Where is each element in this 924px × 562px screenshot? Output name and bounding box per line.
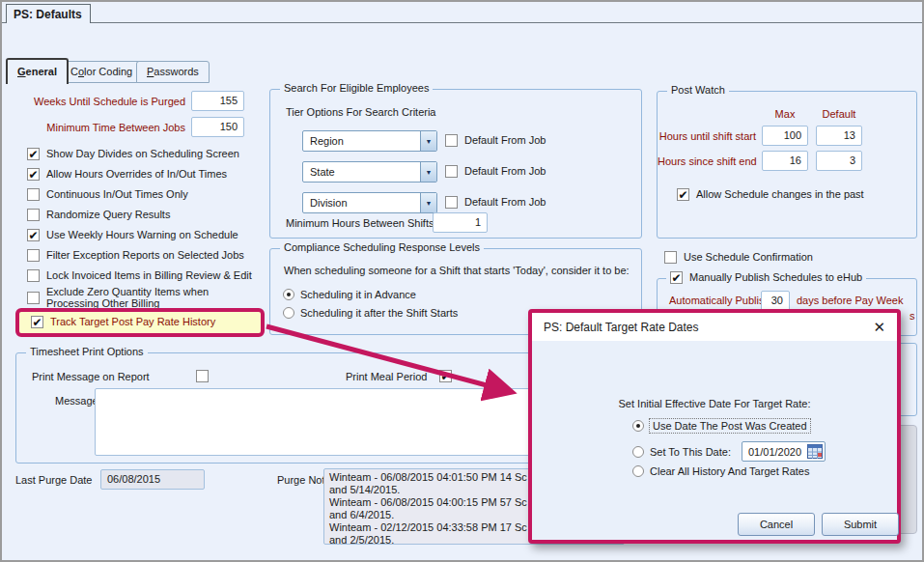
window-title-tab[interactable]: PS: Defaults bbox=[6, 4, 91, 23]
checkbox-print-message[interactable] bbox=[196, 370, 209, 382]
tier2-value: State bbox=[303, 166, 420, 178]
tab-color-coding[interactable]: Color Coding bbox=[60, 61, 143, 83]
tier3-default-from-job[interactable]: Default From Job bbox=[445, 196, 546, 209]
titlebar-divider bbox=[2, 22, 924, 23]
post-watch-group: Post Watch Max Default Hours until shift… bbox=[657, 91, 917, 239]
compliance-question: When scheduling someone for a Shift that… bbox=[284, 265, 630, 276]
group-title: Search For Eligible Employees bbox=[280, 82, 433, 94]
checkbox-box[interactable]: ✔ bbox=[31, 316, 43, 328]
last-purge-date-field: 06/08/2015 bbox=[100, 469, 205, 490]
tier2-dropdown[interactable]: State ▼ bbox=[302, 161, 437, 183]
weeks-until-purged-input[interactable]: 155 bbox=[191, 91, 244, 111]
tab-general[interactable]: General bbox=[6, 58, 69, 84]
radio-use-post-created-date[interactable]: Use Date The Post Was Created bbox=[632, 419, 810, 433]
hours-until-shift-start-label: Hours until shift start bbox=[658, 130, 756, 142]
tier2-default-from-job[interactable]: Default From Job bbox=[445, 165, 546, 178]
checkbox-box[interactable]: ✔ bbox=[670, 271, 683, 284]
tier1-default-from-job[interactable]: Default From Job bbox=[445, 134, 546, 147]
message-label: Message bbox=[55, 395, 98, 407]
obscured-text-fragment: s bbox=[910, 310, 915, 322]
checkbox-randomize-query[interactable]: Randomize Query Results bbox=[27, 209, 278, 221]
radio-scheduling-in-advance[interactable]: Scheduling it in Advance bbox=[283, 289, 416, 300]
radio-button[interactable] bbox=[632, 465, 644, 477]
dialog-titlebar[interactable]: PS: Default Target Rate Dates ✕ bbox=[532, 313, 897, 341]
radio-scheduling-after-start[interactable]: Scheduling it after the Shift Starts bbox=[283, 307, 458, 319]
cancel-button[interactable]: Cancel bbox=[738, 513, 815, 536]
checkbox-continuous-inout[interactable]: Continuous In/Out Times Only bbox=[27, 188, 278, 201]
window-title: PS: Defaults bbox=[14, 8, 82, 21]
radio-button[interactable] bbox=[632, 420, 644, 432]
hours-until-shift-start-default-input[interactable]: 13 bbox=[816, 126, 862, 146]
highlight-annotation: ✔ Track Target Post Pay Rate History bbox=[15, 308, 265, 337]
checkbox-box[interactable] bbox=[445, 134, 458, 147]
radio-button[interactable] bbox=[283, 307, 294, 319]
min-hours-between-shifts-input[interactable]: 1 bbox=[433, 212, 488, 233]
chevron-down-icon: ▼ bbox=[426, 138, 433, 145]
auto-publish-suffix: days before Pay Week bbox=[797, 295, 903, 306]
checkbox-track-target-post-pay-rate[interactable]: ✔ Track Target Post Pay Rate History bbox=[31, 316, 263, 328]
checkbox-box[interactable]: ✔ bbox=[27, 229, 40, 241]
checkbox-exclude-zero-quantity[interactable]: Exclude Zero Quantity Items when Process… bbox=[27, 286, 254, 309]
tier1-value: Region bbox=[303, 135, 420, 147]
hours-until-shift-start-max-input[interactable]: 100 bbox=[762, 126, 808, 146]
application-window: PS: Defaults General Color Coding Passwo… bbox=[0, 0, 924, 562]
checkbox-box[interactable]: ✔ bbox=[27, 168, 40, 181]
checkbox-box[interactable]: ✔ bbox=[677, 188, 689, 201]
checkbox-box[interactable] bbox=[445, 165, 458, 178]
checkbox-box[interactable]: ✔ bbox=[27, 148, 40, 160]
radio-button[interactable] bbox=[283, 289, 294, 300]
group-title: Timesheet Print Options bbox=[26, 346, 148, 357]
close-icon[interactable]: ✕ bbox=[873, 319, 885, 336]
radio-button[interactable] bbox=[632, 446, 644, 458]
dialog-title: PS: Default Target Rate Dates bbox=[544, 321, 699, 334]
target-rate-dates-dialog: PS: Default Target Rate Dates ✕ Set Init… bbox=[528, 309, 901, 544]
search-eligible-employees-group: Search For Eligible Employees Tier Optio… bbox=[269, 89, 642, 239]
checkbox-weekly-hours-warning[interactable]: ✔ Use Weekly Hours Warning on Schedule bbox=[27, 229, 278, 241]
chevron-down-icon: ▼ bbox=[426, 169, 433, 176]
weeks-until-purged-label: Weeks Until Schedule is Purged bbox=[21, 96, 185, 107]
checkbox-box[interactable] bbox=[27, 209, 40, 221]
checkbox-box[interactable] bbox=[27, 292, 40, 304]
tab-passwords[interactable]: Passwords bbox=[136, 61, 210, 83]
checkbox-box[interactable] bbox=[27, 188, 40, 201]
dropdown-button[interactable]: ▼ bbox=[420, 162, 436, 182]
auto-publish-label: Automatically Publish bbox=[669, 295, 770, 306]
col-max-header: Max bbox=[762, 108, 808, 120]
checkbox-lock-invoiced-items[interactable]: Lock Invoiced Items in Billing Review & … bbox=[27, 269, 278, 282]
hours-since-shift-end-max-input[interactable]: 16 bbox=[762, 151, 808, 171]
calendar-icon[interactable] bbox=[805, 443, 824, 460]
checkbox-box[interactable] bbox=[27, 269, 40, 282]
checkbox-use-schedule-confirmation[interactable]: Use Schedule Confirmation bbox=[664, 251, 813, 264]
checkbox-show-day-divides[interactable]: ✔ Show Day Divides on Scheduling Screen bbox=[27, 148, 278, 160]
group-title: Compliance Scheduling Response Levels bbox=[280, 241, 484, 253]
date-input[interactable]: 01/01/2020 bbox=[742, 441, 826, 462]
min-time-between-jobs-input[interactable]: 150 bbox=[191, 117, 244, 137]
checkbox-allow-hours-overrides[interactable]: ✔ Allow Hours Overrides of In/Out Times bbox=[27, 168, 278, 181]
radio-clear-all-history[interactable]: Clear All History And Target Rates bbox=[632, 465, 809, 477]
tier3-dropdown[interactable]: Division ▼ bbox=[302, 192, 437, 213]
date-value: 01/01/2020 bbox=[742, 446, 805, 458]
auto-publish-days-input[interactable]: 30 bbox=[761, 291, 790, 311]
tier1-dropdown[interactable]: Region ▼ bbox=[302, 130, 437, 152]
min-time-between-jobs-label: Minimum Time Between Jobs bbox=[21, 122, 185, 133]
checkbox-box[interactable] bbox=[445, 196, 458, 209]
checkbox-box[interactable] bbox=[27, 249, 40, 262]
hours-since-shift-end-default-input[interactable]: 3 bbox=[816, 151, 862, 171]
checkbox-manually-publish-ehub[interactable]: ✔ Manually Publish Schedules to eHub bbox=[666, 271, 866, 284]
checkbox-print-meal-period[interactable]: ✔ bbox=[439, 370, 452, 382]
print-meal-period-label: Print Meal Period bbox=[346, 371, 427, 382]
last-purge-date-label: Last Purge Date bbox=[15, 474, 93, 486]
dialog-instruction: Set Initial Effective Date For Target Ra… bbox=[532, 398, 897, 409]
tier-options-label: Tier Options For Search Criteria bbox=[286, 106, 435, 118]
col-default-header: Default bbox=[816, 108, 862, 120]
checkbox-filter-exception-reports[interactable]: Filter Exception Reports on Selected Job… bbox=[27, 249, 278, 262]
radio-set-to-this-date[interactable]: Set To This Date: 01/01/2020 bbox=[632, 441, 826, 462]
dropdown-button[interactable]: ▼ bbox=[420, 131, 436, 151]
tier3-value: Division bbox=[303, 197, 420, 209]
checkbox-allow-schedule-changes-past[interactable]: ✔ Allow Schedule changes in the past bbox=[677, 188, 864, 201]
group-title: Post Watch bbox=[667, 84, 729, 96]
dropdown-button[interactable]: ▼ bbox=[420, 193, 436, 212]
submit-button[interactable]: Submit bbox=[822, 513, 899, 536]
chevron-down-icon: ▼ bbox=[426, 200, 433, 207]
checkbox-box[interactable] bbox=[664, 251, 677, 264]
